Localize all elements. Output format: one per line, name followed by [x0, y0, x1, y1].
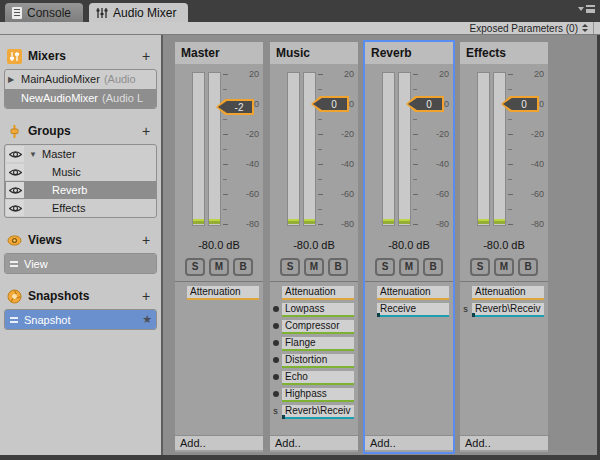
fader-value: 0: [331, 99, 337, 110]
db-tick: [223, 194, 228, 195]
meter-zone: 0 200-20-40-60-80: [460, 64, 548, 239]
effect-color-bar: [282, 349, 354, 351]
add-effect-button[interactable]: Add..: [460, 435, 548, 450]
db-tick-label: 20: [439, 70, 449, 79]
add-effect-button[interactable]: Add..: [175, 435, 263, 450]
effect-name: Distortion: [282, 354, 354, 366]
db-tick-label: 20: [249, 70, 259, 79]
star-icon[interactable]: [142, 313, 152, 326]
group-row[interactable]: Effects: [5, 199, 156, 217]
eye-toggle-icon[interactable]: [6, 200, 24, 216]
effect-color-bar: [282, 298, 354, 300]
mixer-toolbar: Exposed Parameters (0): [0, 22, 600, 35]
effect-name: Lowpass: [282, 303, 354, 315]
db-tick: [508, 74, 513, 75]
add-snapshot-button[interactable]: +: [140, 290, 152, 302]
pane-menu-icon[interactable]: [578, 5, 595, 13]
effect-name: Attenuation: [187, 286, 259, 298]
eye-toggle-icon[interactable]: [6, 146, 24, 162]
add-group-button[interactable]: +: [140, 125, 152, 137]
strip-toggle-button[interactable]: M: [209, 258, 229, 276]
view-row[interactable]: View: [5, 254, 156, 273]
effect-slot[interactable]: Receive: [377, 303, 449, 317]
wet-mix-notch: [377, 313, 380, 317]
peak-db-label: -80.0 dB: [460, 239, 548, 255]
db-tick: [318, 194, 323, 195]
group-row[interactable]: Music: [5, 163, 156, 181]
effect-color-bar: [282, 332, 354, 334]
add-effect-button[interactable]: Add..: [365, 435, 453, 450]
tab-audio-mixer-label: Audio Mixer: [113, 6, 176, 20]
effect-slot[interactable]: Flange: [282, 337, 354, 351]
meter-zone: -2 200-20-40-60-80: [175, 64, 263, 239]
db-minor-tick: [508, 179, 512, 180]
strip-toggle-button[interactable]: B: [233, 258, 253, 276]
db-tick: [223, 74, 228, 75]
wet-mix-notch: [472, 313, 475, 317]
effect-prefix: [175, 286, 186, 298]
eye-toggle-icon[interactable]: [6, 164, 24, 180]
strip-toggle-button[interactable]: M: [304, 258, 324, 276]
effect-slot[interactable]: Highpass: [282, 388, 354, 402]
effect-row: Echo: [282, 371, 354, 385]
effect-row: Attenuation: [187, 286, 259, 300]
volume-fader-handle[interactable]: -2: [216, 99, 254, 115]
strip-title[interactable]: Effects: [460, 42, 548, 64]
volume-fader-handle[interactable]: 0: [501, 96, 539, 112]
tab-console[interactable]: Console: [5, 3, 83, 22]
group-row[interactable]: Reverb: [5, 181, 156, 199]
drag-handle-icon: [10, 317, 18, 323]
mixer-suffix: (Audio: [104, 73, 136, 85]
add-mixer-button[interactable]: +: [140, 50, 152, 62]
strip-toggle-button[interactable]: B: [518, 258, 538, 276]
strip-toggle-button[interactable]: B: [328, 258, 348, 276]
foldout-arrow-icon[interactable]: ▼: [26, 150, 40, 159]
snapshots-list: Snapshot: [4, 309, 157, 330]
volume-fader-handle[interactable]: 0: [311, 96, 349, 112]
effect-slot[interactable]: Reverb\Receiv: [282, 405, 354, 419]
db-minor-tick: [508, 89, 512, 90]
effect-row: Highpass: [282, 388, 354, 402]
db-tick-label: -40: [246, 160, 259, 169]
effect-slot[interactable]: Echo: [282, 371, 354, 385]
mixer-name: NewAudioMixer: [21, 92, 98, 104]
effect-slot[interactable]: Lowpass: [282, 303, 354, 317]
exposed-parameters-dropdown[interactable]: Exposed Parameters (0): [465, 22, 594, 34]
mixer-row[interactable]: NewAudioMixer(Audio L: [5, 89, 156, 108]
eye-toggle-icon[interactable]: [6, 182, 24, 198]
foldout-arrow-icon[interactable]: ▶: [8, 70, 14, 89]
effect-slot[interactable]: Attenuation: [377, 286, 449, 300]
tab-audio-mixer[interactable]: Audio Mixer: [89, 3, 188, 22]
strip-toggle-button[interactable]: S: [470, 258, 490, 276]
strip-toggle-button[interactable]: S: [280, 258, 300, 276]
drag-handle-icon: [10, 261, 18, 267]
vu-meter-right: [208, 72, 221, 226]
mixer-row[interactable]: ▶MainAudioMixer(Audio: [5, 70, 156, 89]
effect-slot[interactable]: Attenuation: [187, 286, 259, 300]
effect-slot[interactable]: Distortion: [282, 354, 354, 368]
effect-row: Compressor: [282, 320, 354, 334]
add-view-button[interactable]: +: [140, 234, 152, 246]
strip-title[interactable]: Music: [270, 42, 358, 64]
volume-fader-handle[interactable]: 0: [406, 96, 444, 112]
effect-slot[interactable]: Attenuation: [472, 286, 544, 300]
strip-toggle-button[interactable]: S: [375, 258, 395, 276]
add-effect-button[interactable]: Add..: [270, 435, 358, 450]
strip-title[interactable]: Reverb: [365, 42, 453, 64]
strip-toggle-button[interactable]: S: [185, 258, 205, 276]
effect-prefix: [460, 286, 471, 298]
strip-toggle-button[interactable]: M: [494, 258, 514, 276]
strip-toggle-button[interactable]: M: [399, 258, 419, 276]
effect-slot[interactable]: Attenuation: [282, 286, 354, 300]
mixer-sliders-icon: [96, 7, 108, 19]
effect-slot[interactable]: Reverb\Receiv: [472, 303, 544, 317]
db-tick: [413, 164, 418, 165]
snapshot-row[interactable]: Snapshot: [5, 310, 156, 329]
strip-title[interactable]: Master: [175, 42, 263, 64]
effect-slot[interactable]: Compressor: [282, 320, 354, 334]
snapshot-name: Snapshot: [24, 314, 70, 326]
group-row[interactable]: ▼ Master: [5, 145, 156, 163]
effect-prefix: [365, 303, 376, 315]
strip-toggle-button[interactable]: B: [423, 258, 443, 276]
db-minor-tick: [223, 89, 227, 90]
